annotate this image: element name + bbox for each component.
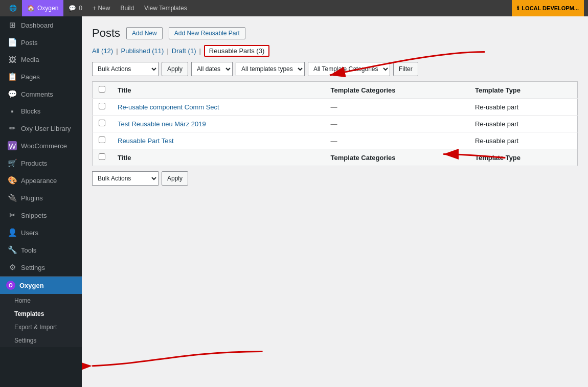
footer-checkbox-col [93, 149, 112, 166]
filter-tab-all[interactable]: All (12) [92, 47, 113, 55]
all-template-categories-select[interactable]: All Template Categories [308, 62, 390, 76]
footer-title-col: Title [111, 149, 325, 166]
admin-bar-build[interactable]: Build [115, 0, 139, 16]
admin-bar-oxygen[interactable]: 🏠 Oxygen [22, 0, 63, 16]
apply-button-bottom[interactable]: Apply [162, 171, 188, 186]
row-template-type-2: Re-usable part [469, 116, 578, 132]
sidebar-item-posts[interactable]: 📄 Posts [0, 34, 82, 51]
page-title: Posts [92, 27, 120, 40]
sidebar-subitem-templates[interactable]: Templates [0, 307, 82, 321]
bulk-actions-select-top[interactable]: Bulk Actions Edit Move to Trash [92, 62, 159, 76]
sidebar-item-plugins[interactable]: 🔌 Plugins [0, 189, 82, 207]
sidebar-item-users[interactable]: 👤 Users [0, 224, 82, 241]
footer-select-all-checkbox[interactable] [99, 153, 105, 160]
header-template-categories-col: Template Categories [325, 82, 469, 99]
sidebar-item-settings[interactable]: ⚙ Settings [0, 259, 82, 276]
sidebar-item-woocommerce[interactable]: W WooCommerce [0, 137, 82, 154]
blocks-icon: ▪ [8, 107, 17, 116]
sidebar-item-comments[interactable]: 💬 Comments [0, 85, 82, 103]
add-new-reusable-button[interactable]: Add New Reusable Part [169, 27, 245, 39]
bulk-actions-wrap-top: Bulk Actions Edit Move to Trash [92, 62, 159, 76]
bottom-toolbar: Bulk Actions Edit Move to Trash Apply [92, 171, 578, 186]
oxygen-section: O Oxygen Home Templates Export & Import … [0, 276, 82, 347]
filter-tab-published[interactable]: Published (11) [121, 47, 164, 55]
sidebar-item-media[interactable]: 🖼 Media [0, 51, 82, 68]
admin-bar: 🌐 🏠 Oxygen 💬 0 + New Build View Template… [0, 0, 588, 16]
sidebar-item-blocks[interactable]: ▪ Blocks [0, 103, 82, 120]
row-checkbox-3[interactable] [99, 136, 105, 143]
row-template-type-3: Re-usable part [469, 132, 578, 149]
row-checkbox [93, 116, 112, 132]
settings-icon: ⚙ [8, 263, 17, 272]
all-dates-select[interactable]: All dates [191, 62, 233, 76]
filter-button[interactable]: Filter [393, 62, 418, 76]
appearance-icon: 🎨 [8, 176, 17, 185]
row-checkbox [93, 99, 112, 116]
header-title-col: Title [111, 82, 325, 99]
globe-icon: 🌐 [9, 5, 17, 12]
post-title-link-2[interactable]: Test Reusable neu März 2019 [118, 120, 206, 128]
admin-bar-site-icon[interactable]: 🌐 [4, 0, 22, 16]
sidebar-subitem-settings[interactable]: Settings [0, 334, 82, 347]
sidebar-item-tools[interactable]: 🔧 Tools [0, 241, 82, 259]
footer-template-type-col: Template Type [469, 149, 578, 166]
sidebar-item-oxy-user-library[interactable]: ✏ Oxy User Library [0, 120, 82, 137]
select-all-checkbox[interactable] [99, 86, 105, 93]
sidebar-subitem-export-import[interactable]: Export & Import [0, 321, 82, 334]
top-toolbar: Bulk Actions Edit Move to Trash Apply Al… [92, 62, 578, 76]
admin-bar-right: ℹ LOCAL DEVELOPM... [512, 0, 584, 16]
row-template-categories-3: — [325, 132, 469, 149]
filter-tab-reusable-parts[interactable]: Reusable Parts (3) [204, 45, 269, 57]
home-icon: 🏠 [27, 5, 35, 12]
plugins-icon: 🔌 [8, 193, 17, 202]
post-title-link-3[interactable]: Reusable Part Test [118, 137, 174, 145]
table-row: Re-usable component Comm Sect — Re-usabl… [93, 99, 578, 116]
row-checkbox-2[interactable] [99, 120, 105, 126]
row-template-categories-2: — [325, 116, 469, 132]
admin-bar-new[interactable]: + New [87, 0, 115, 16]
row-title: Reusable Part Test [111, 132, 325, 149]
filter-tabs: All (12) | Published (11) | Draft (1) | … [92, 45, 578, 57]
media-icon: 🖼 [8, 55, 17, 64]
sidebar-item-dashboard[interactable]: ⊞ Dashboard [0, 16, 82, 34]
oxygen-logo-icon: O [6, 281, 15, 290]
users-icon: 👤 [8, 228, 17, 237]
footer-template-categories-col: Template Categories [325, 149, 469, 166]
pages-icon: 📋 [8, 72, 17, 81]
row-template-categories-1: — [325, 99, 469, 116]
sidebar-subitem-home[interactable]: Home [0, 294, 82, 307]
add-new-button[interactable]: Add New [126, 27, 163, 39]
admin-bar-comments[interactable]: 💬 0 [63, 0, 87, 16]
local-dev-badge: ℹ LOCAL DEVELOPM... [512, 0, 584, 16]
comments-icon: 💬 [8, 89, 17, 99]
header-checkbox-col [93, 82, 112, 99]
filter-tab-draft[interactable]: Draft (1) [172, 47, 196, 55]
dashboard-icon: ⊞ [8, 20, 17, 30]
main-layout: ⊞ Dashboard 📄 Posts 🖼 Media 📋 Pages 💬 Co… [0, 16, 588, 387]
sidebar-item-snippets[interactable]: ✂ Snippets [0, 207, 82, 224]
sidebar-item-products[interactable]: 🛒 Products [0, 154, 82, 172]
table-header-row: Title Template Categories Template Type [93, 82, 578, 99]
posts-icon: 📄 [8, 38, 17, 47]
snippets-icon: ✂ [8, 211, 17, 220]
apply-button-top[interactable]: Apply [162, 62, 188, 76]
oxy-user-library-icon: ✏ [8, 124, 17, 133]
content-area: Posts Add New Add New Reusable Part All … [82, 16, 588, 387]
admin-bar-view-templates[interactable]: View Templates [139, 0, 192, 16]
bulk-actions-wrap-bottom: Bulk Actions Edit Move to Trash [92, 171, 159, 186]
sidebar: ⊞ Dashboard 📄 Posts 🖼 Media 📋 Pages 💬 Co… [0, 16, 82, 387]
comment-icon: 💬 [69, 5, 76, 12]
posts-header: Posts Add New Add New Reusable Part [92, 27, 578, 40]
table-row: Test Reusable neu März 2019 — Re-usable … [93, 116, 578, 132]
sidebar-item-appearance[interactable]: 🎨 Appearance [0, 172, 82, 189]
row-checkbox-1[interactable] [99, 103, 105, 109]
all-template-types-select[interactable]: All templates types [236, 62, 305, 76]
sidebar-item-pages[interactable]: 📋 Pages [0, 68, 82, 85]
woocommerce-icon: W [8, 141, 17, 150]
bulk-actions-select-bottom[interactable]: Bulk Actions Edit Move to Trash [92, 171, 159, 186]
oxygen-menu-header[interactable]: O Oxygen [0, 277, 82, 294]
table-footer-row: Title Template Categories Template Type [93, 149, 578, 166]
row-checkbox [93, 132, 112, 149]
posts-table: Title Template Categories Template Type … [92, 81, 578, 166]
post-title-link-1[interactable]: Re-usable component Comm Sect [118, 103, 219, 111]
